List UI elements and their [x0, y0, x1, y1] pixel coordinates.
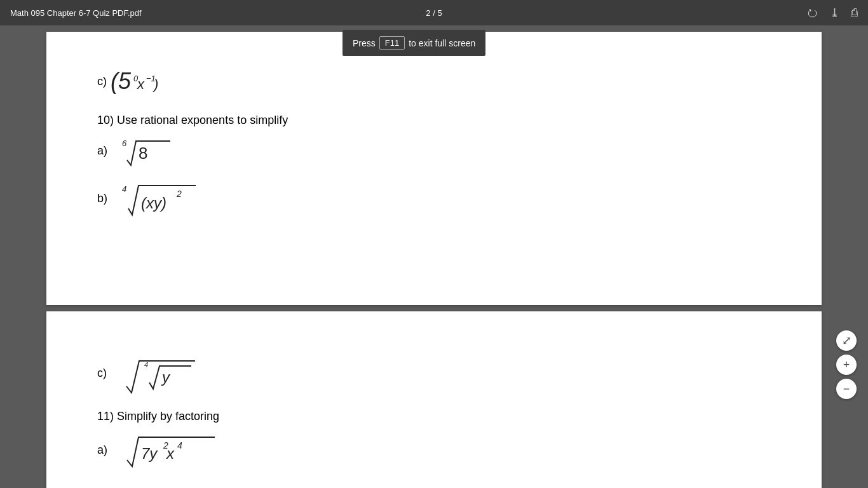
question-10-label: 10) Use rational exponents to simplify — [97, 114, 771, 127]
svg-text:4: 4 — [144, 361, 148, 369]
part-a-expression: 6 8 — [121, 135, 172, 166]
svg-text:(xy): (xy) — [141, 194, 166, 212]
page-indicator: 2 / 5 — [426, 8, 442, 18]
pdf-page-1: c) (5 0 x −1 ) 10) Use rational exponent… — [46, 32, 822, 305]
part-b-label: b) — [97, 192, 107, 205]
pdf-page-2: c) 4 y 11) Simplify by factoring a) — [46, 311, 822, 488]
part-a: a) 6 8 — [97, 135, 771, 166]
part-b: b) 4 (xy) 2 — [97, 179, 771, 217]
svg-text:4: 4 — [177, 440, 182, 451]
question-10-text: 10) Use rational exponents to simplify — [97, 114, 288, 126]
svg-text:7y: 7y — [141, 445, 158, 462]
fullscreen-button[interactable]: ⤢ — [836, 330, 857, 351]
zoom-out-button[interactable]: − — [836, 379, 857, 399]
question-11-label: 11) Simplify by factoring — [97, 410, 771, 423]
svg-text:6: 6 — [122, 139, 127, 148]
tooltip-text-after: to exit full screen — [409, 38, 475, 48]
part-a-11-label: a) — [97, 444, 107, 457]
part-a-11-svg: 7y 2 x 4 — [121, 431, 216, 469]
part-b-svg: 4 (xy) 2 — [121, 179, 197, 217]
svg-text:8: 8 — [139, 144, 147, 163]
part-b-expression: 4 (xy) 2 — [121, 179, 197, 217]
tooltip-text-before: Press — [353, 38, 376, 48]
part-c-svg: (5 0 x −1 ) — [111, 62, 193, 97]
part-c-bottom-label: c) — [97, 367, 107, 380]
document-title: Math 095 Chapter 6-7 Quiz PDF.pdf — [10, 8, 142, 18]
part-c-label: c) — [97, 75, 107, 88]
part-a-label: a) — [97, 144, 107, 158]
part-a-svg: 6 8 — [121, 135, 172, 166]
zoom-in-button[interactable]: + — [836, 355, 857, 375]
part-c-bottom-expression: 4 y — [120, 349, 196, 397]
part-c-expression: (5 0 x −1 ) — [111, 62, 193, 101]
download-icon[interactable]: ⤓ — [830, 6, 839, 20]
part-c-svg: 4 y — [120, 349, 196, 397]
part-a-11: a) 7y 2 x 4 — [97, 431, 771, 469]
rotate-icon[interactable]: ⭮ — [807, 6, 818, 20]
toolbar-icons: ⭮ ⤓ ⎙ — [807, 6, 858, 20]
svg-text:4: 4 — [122, 184, 126, 194]
f11-key: F11 — [379, 36, 405, 50]
svg-text:(5: (5 — [111, 68, 132, 94]
question-11-text: 11) Simplify by factoring — [97, 410, 219, 423]
part-c-top: c) (5 0 x −1 ) — [97, 62, 771, 101]
toolbar: Math 095 Chapter 6-7 Quiz PDF.pdf 2 / 5 … — [0, 0, 868, 25]
part-a-11-expression: 7y 2 x 4 — [121, 431, 216, 469]
print-icon[interactable]: ⎙ — [851, 6, 858, 20]
svg-text:x: x — [166, 445, 175, 462]
svg-text:2: 2 — [176, 189, 182, 199]
svg-text:y: y — [161, 369, 171, 386]
pdf-viewer[interactable]: c) (5 0 x −1 ) 10) Use rational exponent… — [0, 25, 868, 488]
svg-text:x: x — [137, 76, 145, 92]
fullscreen-tooltip: Press F11 to exit full screen — [342, 30, 485, 56]
float-buttons: ⤢ + − — [836, 330, 857, 399]
part-c-bottom: c) 4 y — [97, 349, 771, 397]
